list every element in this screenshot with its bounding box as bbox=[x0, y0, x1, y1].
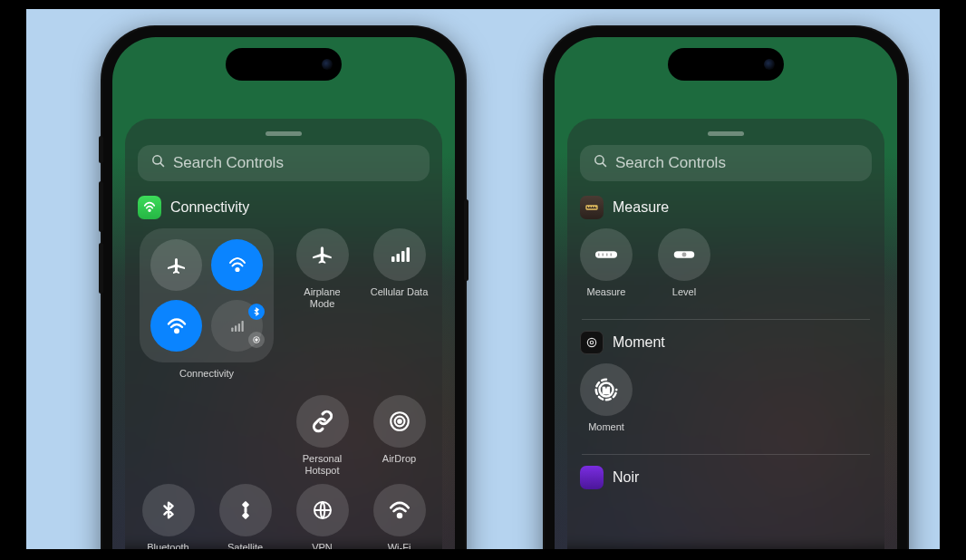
iphone-mock-right: Search Controls Measure Measure bbox=[545, 27, 907, 549]
svg-point-2 bbox=[149, 209, 150, 211]
sheet-handle[interactable] bbox=[708, 131, 744, 136]
divider bbox=[582, 454, 870, 455]
control-label: Level bbox=[672, 286, 696, 310]
measure-app-icon bbox=[580, 196, 604, 219]
controls-panel: Search Controls Connectivity bbox=[125, 119, 442, 549]
svg-rect-19 bbox=[241, 512, 248, 519]
svg-rect-7 bbox=[237, 323, 239, 332]
control-label: Airplane Mode bbox=[292, 286, 353, 310]
control-cellular-data[interactable]: Cellular Data bbox=[369, 228, 430, 391]
control-label: Wi-Fi bbox=[388, 542, 411, 549]
airdrop-mini-icon bbox=[248, 332, 265, 348]
svg-rect-6 bbox=[235, 325, 237, 332]
svg-point-22 bbox=[398, 514, 401, 517]
bluetooth-cluster[interactable] bbox=[211, 300, 263, 352]
control-label: Measure bbox=[587, 286, 626, 310]
search-field[interactable]: Search Controls bbox=[580, 145, 872, 181]
svg-point-33 bbox=[587, 338, 595, 346]
connectivity-app-icon bbox=[138, 196, 161, 219]
control-label: Cellular Data bbox=[371, 286, 429, 310]
svg-rect-5 bbox=[231, 327, 233, 332]
control-label: Satellite bbox=[227, 542, 263, 549]
svg-rect-20 bbox=[244, 507, 246, 513]
control-label: Bluetooth bbox=[147, 542, 188, 549]
control-airdrop[interactable]: AirDrop bbox=[369, 395, 430, 477]
svg-point-4 bbox=[175, 329, 179, 333]
control-label: Personal Hotspot bbox=[303, 453, 342, 477]
svg-rect-13 bbox=[401, 251, 405, 262]
svg-rect-11 bbox=[391, 256, 395, 262]
svg-rect-12 bbox=[396, 254, 400, 262]
svg-point-23 bbox=[595, 156, 604, 164]
control-satellite[interactable]: Satellite bbox=[215, 484, 275, 549]
control-personal-hotspot[interactable]: Personal Hotspot bbox=[292, 395, 353, 477]
control-vpn[interactable]: VPN bbox=[292, 484, 353, 549]
control-label: VPN bbox=[312, 542, 333, 549]
section-moment: Moment M Moment bbox=[580, 331, 872, 455]
control-label: AirDrop bbox=[382, 453, 416, 477]
control-airplane-mode[interactable]: Airplane Mode bbox=[292, 228, 353, 391]
bluetooth-mini-icon bbox=[248, 304, 265, 320]
section-title: Measure bbox=[613, 199, 669, 216]
section-title: Moment bbox=[613, 334, 665, 351]
sheet-handle[interactable] bbox=[266, 131, 302, 136]
control-label: Connectivity bbox=[179, 368, 234, 391]
control-label: Moment bbox=[588, 421, 624, 445]
svg-point-17 bbox=[398, 420, 401, 422]
control-wifi[interactable]: Wi-Fi bbox=[369, 484, 430, 549]
svg-point-32 bbox=[682, 253, 687, 257]
svg-rect-30 bbox=[611, 254, 613, 256]
control-level[interactable]: Level bbox=[658, 228, 710, 310]
search-icon bbox=[593, 153, 608, 173]
svg-line-1 bbox=[160, 163, 164, 167]
svg-point-34 bbox=[590, 341, 594, 344]
wifi-toggle[interactable] bbox=[150, 300, 202, 352]
svg-rect-29 bbox=[606, 254, 608, 256]
noir-app-icon bbox=[580, 466, 604, 489]
control-bluetooth[interactable]: Bluetooth bbox=[138, 484, 198, 549]
search-icon bbox=[150, 153, 166, 173]
section-measure: Measure Measure Level bbox=[580, 196, 872, 320]
airplane-toggle[interactable] bbox=[150, 239, 202, 291]
controls-panel: Search Controls Measure Measure bbox=[567, 119, 884, 549]
screen: Search Controls Connectivity bbox=[112, 37, 455, 549]
section-title: Connectivity bbox=[170, 199, 249, 216]
svg-point-10 bbox=[256, 339, 258, 342]
svg-rect-8 bbox=[241, 321, 243, 332]
connectivity-widget[interactable] bbox=[140, 228, 274, 362]
search-placeholder: Search Controls bbox=[615, 154, 726, 172]
svg-point-0 bbox=[153, 156, 161, 164]
svg-rect-14 bbox=[406, 247, 410, 262]
moment-app-icon bbox=[580, 331, 604, 354]
search-placeholder: Search Controls bbox=[173, 154, 284, 172]
svg-rect-28 bbox=[603, 254, 604, 256]
svg-rect-18 bbox=[241, 501, 248, 508]
cellular-toggle[interactable] bbox=[211, 239, 263, 291]
section-connectivity: Connectivity bbox=[138, 196, 430, 549]
search-field[interactable]: Search Controls bbox=[138, 145, 430, 181]
screen: Search Controls Measure Measure bbox=[555, 37, 897, 549]
section-title: Noir bbox=[613, 469, 639, 486]
control-moment[interactable]: M Moment bbox=[580, 363, 633, 445]
control-measure[interactable]: Measure bbox=[580, 228, 633, 310]
svg-rect-27 bbox=[598, 254, 600, 256]
svg-line-24 bbox=[603, 163, 606, 167]
dynamic-island bbox=[226, 48, 342, 81]
iphone-mock-left: Search Controls Connectivity bbox=[102, 27, 465, 549]
dynamic-island bbox=[668, 48, 784, 81]
divider bbox=[582, 319, 870, 320]
svg-text:M: M bbox=[603, 386, 609, 395]
section-noir: Noir bbox=[580, 466, 872, 489]
svg-point-3 bbox=[236, 267, 238, 270]
